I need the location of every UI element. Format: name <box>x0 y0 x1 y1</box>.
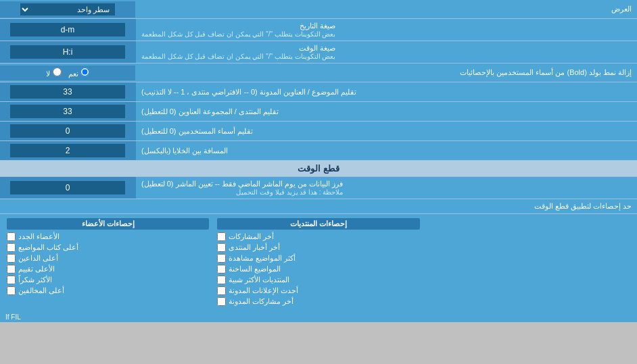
checkbox-col-members: إحصاءات الأعضاء الأعضاء الجدد أعلى كتاب … <box>3 217 213 309</box>
cb-hot-topics: المواضيع الساخنة <box>217 265 419 274</box>
bold-label: إزالة نمط بولد (Bold) من أسماء المستخدمي… <box>135 66 637 80</box>
members-col-header: إحصاءات الأعضاء <box>7 218 209 230</box>
cb-new-members: الأعضاء الجدد <box>7 232 209 241</box>
cb-top-rated-input[interactable] <box>7 265 16 274</box>
date-format-input[interactable] <box>10 23 125 36</box>
cb-last-posts-input[interactable] <box>217 232 226 241</box>
cb-blog-posts: أخر مشاركات المدونة <box>217 297 419 306</box>
cb-top-violators-input[interactable] <box>7 286 16 295</box>
cb-top-inviters-input[interactable] <box>7 254 16 263</box>
bold-no-radio[interactable] <box>53 68 62 76</box>
date-format-input-cell <box>0 19 135 41</box>
bold-radio-cell: نعم لا <box>0 66 135 80</box>
cb-announcements: أحدث الإعلانات المدونة <box>217 286 419 295</box>
cb-top-writers-input[interactable] <box>7 243 16 252</box>
checkboxes-section: إحصاءات المنتديات أخر المشاركات أخر أخبا… <box>0 214 637 312</box>
checkbox-col-empty <box>424 217 634 309</box>
cb-most-thanks-input[interactable] <box>7 276 16 284</box>
titles-trim-row: تقليم الموضوع / العناوين المدونة (0 -- ا… <box>0 82 637 102</box>
cb-hot-topics-input[interactable] <box>217 265 226 274</box>
cell-space-input-cell <box>0 141 135 160</box>
date-format-row: صيغة التاريخ بعض التكوينات يتطلب "/" الت… <box>0 19 637 41</box>
cb-similar-forums-input[interactable] <box>217 276 226 284</box>
time-format-input-cell <box>0 41 135 63</box>
cb-announcements-input[interactable] <box>217 286 226 295</box>
cb-forum-news-input[interactable] <box>217 243 226 252</box>
bold-yes-label: نعم <box>68 68 89 78</box>
time-format-label: صيغة الوقت بعض التكوينات يتطلب "/" التي … <box>135 41 637 63</box>
stats-limit-row: حد إحصاءات لتطبيق قطع الوقت <box>0 199 637 214</box>
cb-blog-posts-input[interactable] <box>217 297 226 306</box>
cb-similar-forums: المنتديات الأكثر شبية <box>217 276 419 284</box>
cutoff-row: فرز البيانات من يوم الماشر الماضي فقط --… <box>0 177 637 199</box>
titles-trim-input-cell <box>0 82 135 101</box>
checkbox-col-forums: إحصاءات المنتديات أخر المشاركات أخر أخبا… <box>213 217 423 309</box>
cell-space-label: المسافة بين الخلايا (بالبكسل) <box>135 141 637 160</box>
display-select-cell: سطر واحد <box>0 1 135 18</box>
cb-most-viewed: أكثر المواضيع مشاهدة <box>217 254 419 263</box>
main-container: العرض سطر واحد صيغة التاريخ بعض التكوينا… <box>0 0 637 322</box>
cb-top-writers: أعلى كتاب المواضيع <box>7 243 209 252</box>
bold-no-label: لا <box>46 68 61 78</box>
usernames-trim-input[interactable] <box>10 124 125 138</box>
cb-most-thanks: الأكثر شكراً <box>7 276 209 284</box>
cb-last-posts: أخر المشاركات <box>217 232 419 241</box>
cell-space-input[interactable] <box>10 144 125 157</box>
cutoff-input-cell <box>0 177 135 199</box>
cb-new-members-input[interactable] <box>7 232 16 241</box>
cb-top-rated: الأعلى تقييم <box>7 265 209 274</box>
forum-trim-row: تقليم المنتدى / المجموعة العناوين (0 للت… <box>0 102 637 122</box>
cutoff-section-title: قطع الوقت <box>0 161 637 177</box>
cutoff-label: فرز البيانات من يوم الماشر الماضي فقط --… <box>135 177 637 199</box>
cb-forum-news: أخر أخبار المنتدى <box>217 243 419 252</box>
cb-top-inviters: أعلى الداعين <box>7 254 209 263</box>
cell-space-row: المسافة بين الخلايا (بالبكسل) <box>0 141 637 161</box>
display-row: العرض سطر واحد <box>0 0 637 19</box>
bold-row: إزالة نمط بولد (Bold) من أسماء المستخدمي… <box>0 63 637 82</box>
forum-trim-label: تقليم المنتدى / المجموعة العناوين (0 للت… <box>135 102 637 121</box>
forum-trim-input-cell <box>0 102 135 121</box>
time-format-input[interactable] <box>10 45 125 59</box>
bottom-note: If FIL <box>0 312 637 322</box>
cb-most-viewed-input[interactable] <box>217 254 226 263</box>
bold-yes-radio[interactable] <box>80 68 89 76</box>
display-select[interactable]: سطر واحد <box>20 3 115 16</box>
titles-trim-label: تقليم الموضوع / العناوين المدونة (0 -- ا… <box>135 82 637 101</box>
date-format-label: صيغة التاريخ بعض التكوينات يتطلب "/" الت… <box>135 19 637 41</box>
display-label: العرض <box>135 2 637 16</box>
time-format-row: صيغة الوقت بعض التكوينات يتطلب "/" التي … <box>0 41 637 63</box>
forums-col-header: إحصاءات المنتديات <box>217 218 419 230</box>
usernames-trim-row: تقليم أسماء المستخدمين (0 للتعطيل) <box>0 122 637 141</box>
cutoff-input[interactable] <box>10 181 125 194</box>
usernames-trim-input-cell <box>0 122 135 140</box>
usernames-trim-label: تقليم أسماء المستخدمين (0 للتعطيل) <box>135 122 637 140</box>
titles-trim-input[interactable] <box>10 85 125 99</box>
cb-top-violators: أعلى المخالفين <box>7 286 209 295</box>
forum-trim-input[interactable] <box>10 105 125 118</box>
stats-limit-label: حد إحصاءات لتطبيق قطع الوقت <box>534 202 632 210</box>
